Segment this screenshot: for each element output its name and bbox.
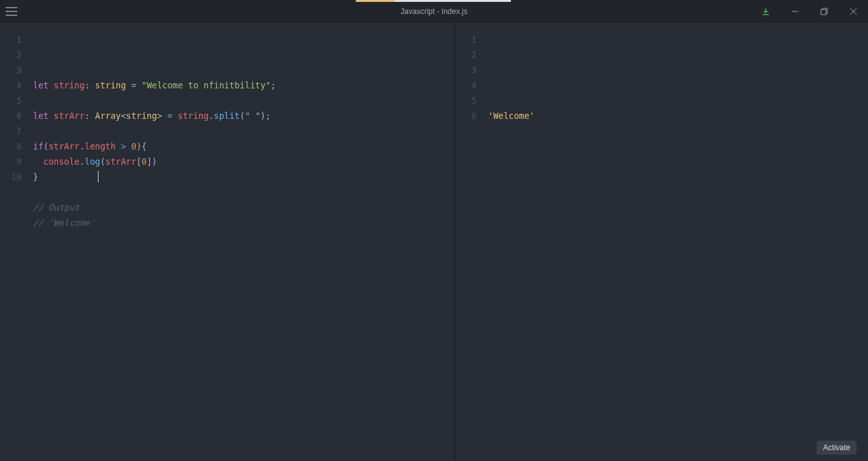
editor-area: 12345678910 let string: string = "Welcom… — [0, 23, 868, 461]
code-line: console.log(strArr[0]) — [33, 154, 454, 169]
line-number: 7 — [0, 123, 28, 139]
line-number: 4 — [0, 78, 28, 93]
line-number: 2 — [455, 47, 483, 62]
line-number: 8 — [0, 139, 28, 154]
line-gutter-right: 123456 — [455, 23, 483, 461]
minimize-button[interactable] — [780, 0, 810, 23]
line-number: 1 — [0, 32, 28, 47]
line-number: 4 — [455, 78, 483, 93]
code-line: } — [33, 169, 454, 184]
code-line — [33, 184, 454, 200]
maximize-button[interactable] — [810, 0, 839, 23]
output-pane[interactable]: 123456 'Welcome' — [454, 23, 868, 461]
code-content-left[interactable]: let string: string = "Welcome to nfinitb… — [28, 23, 454, 461]
code-editor-pane[interactable]: 12345678910 let string: string = "Welcom… — [0, 23, 454, 461]
line-number: 10 — [0, 169, 28, 184]
code-line — [488, 93, 868, 108]
line-number: 3 — [0, 62, 28, 78]
download-button[interactable] — [751, 0, 780, 23]
code-line: // 'Welcome' — [33, 215, 454, 230]
maximize-icon — [820, 8, 828, 15]
line-number: 6 — [455, 108, 483, 123]
activate-button[interactable]: Activate — [817, 441, 857, 455]
hamburger-icon — [6, 7, 17, 16]
download-icon — [762, 8, 770, 15]
code-line — [488, 62, 868, 78]
line-number: 2 — [0, 47, 28, 62]
svg-rect-4 — [821, 10, 826, 15]
code-line: let string: string = "Welcome to nfinitb… — [33, 78, 454, 93]
line-number: 5 — [0, 93, 28, 108]
close-button[interactable] — [839, 0, 868, 23]
code-line — [488, 78, 868, 93]
window-controls — [751, 0, 868, 23]
code-line — [33, 123, 454, 139]
minimize-icon — [791, 8, 799, 15]
loading-indicator — [356, 0, 511, 2]
titlebar: Javascript - index.js — [0, 0, 868, 23]
line-number: 9 — [0, 154, 28, 169]
line-number: 5 — [455, 93, 483, 108]
menu-button[interactable] — [0, 0, 23, 23]
code-line: 'Welcome' — [488, 108, 868, 123]
line-number: 6 — [0, 108, 28, 123]
code-line — [488, 47, 868, 62]
code-line: // Output — [33, 200, 454, 215]
close-icon — [850, 8, 857, 15]
code-line: if(strArr.length > 0){ — [33, 139, 454, 154]
line-number: 3 — [455, 62, 483, 78]
line-gutter-left: 12345678910 — [0, 23, 28, 461]
code-line — [488, 32, 868, 47]
window-title: Javascript - index.js — [400, 7, 467, 16]
output-content: 'Welcome' — [483, 23, 868, 461]
code-line — [33, 93, 454, 108]
line-number: 1 — [455, 32, 483, 47]
text-cursor — [98, 171, 98, 182]
code-line: let strArr: Array<string> = string.split… — [33, 108, 454, 123]
